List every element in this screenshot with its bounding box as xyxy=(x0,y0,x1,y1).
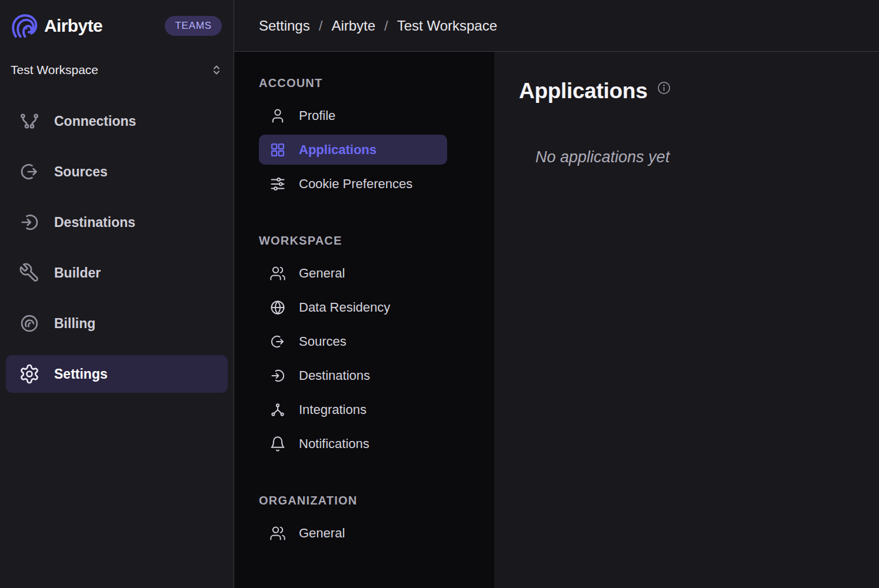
settings-nav-item-general-workspace[interactable]: General xyxy=(259,258,447,288)
bell-icon xyxy=(269,436,286,452)
workspace-selector-label: Test Workspace xyxy=(11,63,98,77)
info-icon[interactable] xyxy=(657,81,671,95)
settings-nav-item-profile[interactable]: Profile xyxy=(259,101,447,131)
page-title: Applications xyxy=(519,79,647,103)
settings-nav-item-label: Cookie Preferences xyxy=(299,176,412,192)
globe-icon xyxy=(269,299,286,316)
settings-nav-item-label: General xyxy=(299,526,345,541)
settings-nav-item-destinations[interactable]: Destinations xyxy=(259,360,447,390)
settings-section-account: ACCOUNT Profile xyxy=(234,76,494,199)
sidebar-item-settings[interactable]: Settings xyxy=(6,355,228,393)
sidebar: Airbyte TEAMS Test Workspace xyxy=(0,0,234,588)
topbar: Settings / Airbyte / Test Workspace xyxy=(234,0,879,52)
teams-badge: TEAMS xyxy=(165,16,222,36)
sidebar-item-billing[interactable]: Billing xyxy=(6,305,228,342)
page-title-row: Applications xyxy=(519,79,855,103)
empty-state-message: No applications yet xyxy=(535,148,855,166)
brand-name: Airbyte xyxy=(44,16,102,36)
workspace-selector[interactable]: Test Workspace xyxy=(0,52,234,88)
breadcrumb-separator: / xyxy=(319,18,323,34)
sidebar-item-sources[interactable]: Sources xyxy=(6,153,228,191)
settings-nav-item-label: Destinations xyxy=(299,368,370,383)
sources-icon xyxy=(19,161,40,182)
builder-wrench-icon xyxy=(19,262,40,283)
settings-nav-item-applications[interactable]: Applications xyxy=(259,135,447,165)
sidebar-item-destinations[interactable]: Destinations xyxy=(6,203,228,241)
breadcrumb-separator: / xyxy=(384,18,388,34)
settings-nav-item-general-organization[interactable]: General xyxy=(259,518,447,548)
settings-gear-icon xyxy=(19,363,40,385)
sidebar-item-connections[interactable]: Connections xyxy=(6,102,228,140)
settings-nav-item-label: General xyxy=(299,266,345,281)
billing-coin-icon xyxy=(19,313,40,334)
users-icon xyxy=(269,265,286,282)
applications-grid-icon xyxy=(269,142,286,158)
integrations-molecule-icon xyxy=(269,402,286,418)
settings-nav-item-notifications[interactable]: Notifications xyxy=(259,429,447,459)
settings-nav-item-label: Profile xyxy=(299,108,335,123)
settings-nav-item-label: Data Residency xyxy=(299,300,390,315)
settings-nav: ACCOUNT Profile xyxy=(234,52,494,588)
section-title: ACCOUNT xyxy=(259,76,494,90)
airbyte-logo-icon xyxy=(11,12,38,40)
destinations-icon xyxy=(19,212,40,233)
sidebar-item-builder[interactable]: Builder xyxy=(6,254,228,292)
sidebar-item-label: Billing xyxy=(54,316,95,332)
breadcrumb-item-settings[interactable]: Settings xyxy=(259,18,310,34)
section-title: ORGANIZATION xyxy=(259,494,494,507)
sidebar-nav: Connections Sources xyxy=(0,88,234,406)
breadcrumb-item-airbyte[interactable]: Airbyte xyxy=(331,18,375,34)
sidebar-item-label: Sources xyxy=(54,164,108,180)
chevrons-up-down-icon xyxy=(210,64,223,76)
settings-section-workspace: WORKSPACE General xyxy=(234,234,494,459)
cookie-preferences-sliders-icon xyxy=(269,176,286,192)
sidebar-item-label: Connections xyxy=(54,113,136,129)
sources-icon xyxy=(269,333,286,350)
settings-nav-item-label: Notifications xyxy=(299,436,369,452)
right-area: Settings / Airbyte / Test Workspace ACCO… xyxy=(234,0,879,588)
settings-nav-item-data-residency[interactable]: Data Residency xyxy=(259,292,447,322)
sidebar-item-label: Settings xyxy=(54,366,108,382)
breadcrumb-item-test-workspace[interactable]: Test Workspace xyxy=(397,18,497,34)
main-panel: Applications No applications yet xyxy=(494,52,879,588)
sidebar-header: Airbyte TEAMS xyxy=(0,0,234,52)
settings-section-organization: ORGANIZATION General xyxy=(234,494,494,548)
sidebar-item-label: Destinations xyxy=(54,215,135,230)
sidebar-item-label: Builder xyxy=(54,265,101,281)
settings-nav-item-sources[interactable]: Sources xyxy=(259,326,447,356)
airbyte-logo-link[interactable]: Airbyte xyxy=(11,12,102,40)
settings-nav-item-cookie-preferences[interactable]: Cookie Preferences xyxy=(259,169,447,199)
section-title: WORKSPACE xyxy=(259,234,494,248)
destinations-icon xyxy=(269,368,286,384)
settings-nav-item-label: Integrations xyxy=(299,402,367,417)
users-icon xyxy=(269,525,286,542)
settings-nav-item-label: Applications xyxy=(299,142,377,158)
settings-nav-item-integrations[interactable]: Integrations xyxy=(259,395,447,425)
app-root: Airbyte TEAMS Test Workspace xyxy=(0,0,879,588)
profile-person-icon xyxy=(269,108,286,124)
settings-nav-item-label: Sources xyxy=(299,334,347,349)
content-row: ACCOUNT Profile xyxy=(234,52,879,588)
connections-icon xyxy=(19,111,40,132)
